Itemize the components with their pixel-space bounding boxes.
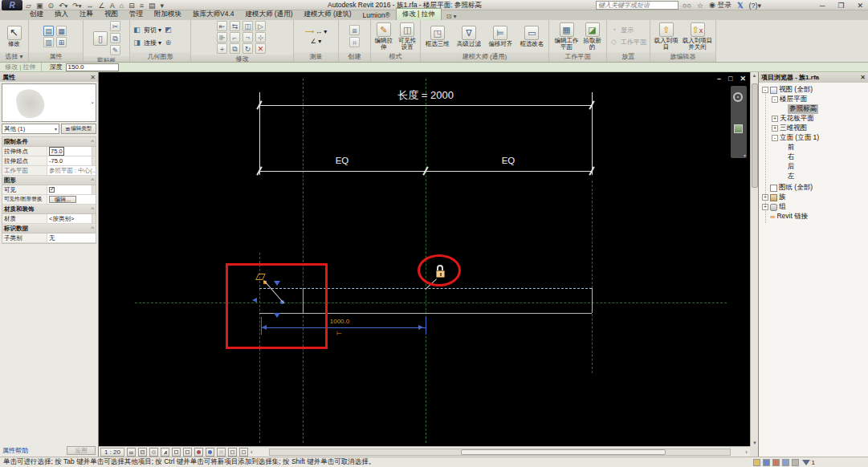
- help-icon[interactable]: (?)▾: [749, 2, 762, 10]
- expand-toggle[interactable]: +: [762, 204, 768, 210]
- dim-style-toggle-icon[interactable]: ⊢: [336, 330, 342, 337]
- search-input[interactable]: [596, 1, 679, 10]
- scroll-right-icon[interactable]: ›: [745, 449, 748, 456]
- collapse-toggle[interactable]: -: [772, 96, 778, 103]
- view-close-icon[interactable]: ✕: [740, 75, 746, 83]
- tree-item-back[interactable]: 后: [788, 162, 795, 172]
- reference-plane-horizontal[interactable]: [135, 303, 727, 303]
- tree-item-groups[interactable]: +组: [762, 202, 786, 212]
- zoom-icon[interactable]: [734, 124, 743, 133]
- section-constraints[interactable]: 限制条件^: [2, 137, 96, 147]
- create-similar-icon[interactable]: ⌗: [349, 37, 360, 47]
- properties-close-icon[interactable]: ✕: [90, 74, 96, 81]
- horizontal-scrollbar-thumb[interactable]: [461, 449, 666, 455]
- tab-lumion[interactable]: Lumion®: [357, 10, 396, 20]
- length-dimension-label[interactable]: 长度 = 2000: [353, 88, 498, 103]
- expand-toggle[interactable]: +: [772, 116, 778, 122]
- tab-view[interactable]: 视图: [99, 9, 124, 20]
- default-3d-view-icon[interactable]: ⌂: [120, 2, 124, 10]
- panel-select-label[interactable]: 选择 ▾: [0, 52, 28, 62]
- qat-customize-icon[interactable]: ▾: [160, 2, 164, 10]
- measure-icon[interactable]: ↔: [87, 2, 94, 10]
- open-icon[interactable]: ▱: [26, 2, 31, 10]
- thin-lines-icon[interactable]: ≡: [140, 2, 144, 10]
- cut-geometry-button[interactable]: ◧剪切 ▾ ◩: [132, 25, 173, 35]
- tab-addins[interactable]: 附加模块: [149, 9, 187, 20]
- box-select-rename-button[interactable]: ▭ 框选改名: [517, 25, 547, 47]
- tab-manage[interactable]: 管理: [124, 9, 149, 20]
- project-browser-close-icon[interactable]: ✕: [860, 74, 866, 81]
- worksharing-display-icon[interactable]: [217, 448, 226, 457]
- offset-align-button[interactable]: ⊨ 偏移对齐: [486, 25, 516, 47]
- reference-plane-right[interactable]: [592, 181, 593, 373]
- search-icon[interactable]: ○○: [683, 2, 691, 10]
- associate-param-button[interactable]: [92, 147, 96, 156]
- angular-dimension-button[interactable]: ∠ ▾: [311, 38, 321, 45]
- scrollbar-thumb[interactable]: [752, 83, 758, 188]
- associate-param-button[interactable]: [92, 185, 96, 194]
- tree-item-revit-links[interactable]: ∞Revit 链接: [770, 212, 808, 221]
- tab-family-master[interactable]: 族库大师V4.4: [187, 9, 240, 20]
- sync-icon[interactable]: ⊙: [47, 2, 54, 10]
- detail-level-icon[interactable]: [127, 448, 136, 457]
- save-icon[interactable]: ▣: [36, 2, 43, 10]
- drawing-area[interactable]: 长度 = 2000 EQ EQ 1000.0 ⊢: [99, 72, 750, 446]
- mirror-pick-icon[interactable]: ▷: [255, 21, 266, 31]
- scroll-up-icon[interactable]: ▲: [751, 73, 758, 78]
- tab-modeling-master-arch[interactable]: 建模大师 (建筑): [299, 9, 357, 20]
- view-minimize-icon[interactable]: –: [717, 75, 721, 83]
- copy-icon[interactable]: ⧉: [230, 43, 240, 54]
- sign-in-icon[interactable]: ◉ 登录: [709, 0, 731, 10]
- show-crop-icon[interactable]: [183, 448, 192, 457]
- tree-item-left[interactable]: 左: [788, 172, 795, 181]
- edit-extrusion-button[interactable]: ✎ 编辑拉伸: [373, 22, 395, 51]
- offset-icon[interactable]: ⇆: [230, 21, 240, 31]
- collapse-toggle[interactable]: -: [762, 87, 768, 93]
- editable-only-icon[interactable]: [772, 459, 780, 466]
- type-properties-icon[interactable]: ⊞: [56, 37, 67, 47]
- visible-checkbox[interactable]: [49, 187, 55, 193]
- align-icon[interactable]: ⇤: [217, 21, 227, 31]
- scale-button[interactable]: 1 : 20: [100, 448, 124, 457]
- tab-insert[interactable]: 插入: [49, 9, 74, 20]
- edit-work-plane-button[interactable]: ▦ 编辑工作平面: [553, 22, 581, 51]
- crop-view-icon[interactable]: [172, 448, 181, 457]
- cut-icon[interactable]: ✂: [110, 21, 120, 31]
- redo-icon[interactable]: ↷▾: [72, 2, 81, 10]
- properties-help-link[interactable]: 属性帮助: [2, 446, 28, 455]
- exchange-apps-icon[interactable]: 𝕏: [737, 2, 743, 10]
- tab-modeling-master-general[interactable]: 建模大师 (通用): [240, 9, 299, 20]
- eq-label-right[interactable]: EQ: [492, 156, 524, 165]
- worksets-icon[interactable]: [753, 459, 760, 466]
- undo-icon[interactable]: ↶▾: [59, 2, 67, 10]
- restore-button[interactable]: ❐: [837, 2, 844, 10]
- paste-button[interactable]: ▯: [92, 30, 108, 47]
- associate-param-button[interactable]: [92, 214, 96, 223]
- extrusion-end-value[interactable]: 75.0: [47, 147, 92, 156]
- reveal-hidden-icon[interactable]: [206, 448, 214, 457]
- tree-item-ref-level[interactable]: 参照标高: [788, 104, 818, 114]
- load-into-project-close-button[interactable]: ⇧x 载入到项目并关闭: [682, 22, 714, 51]
- paint-icon[interactable]: ◩: [163, 25, 173, 35]
- tree-item-right[interactable]: 右: [788, 152, 795, 162]
- press-drag-icon[interactable]: [782, 459, 789, 466]
- sketch-line-right[interactable]: [592, 288, 593, 313]
- family-filter-select[interactable]: 其他 (1)▾: [2, 124, 59, 134]
- section-materials[interactable]: 材质和装饰^: [2, 205, 96, 214]
- aligned-dimension-icon[interactable]: ∠: [99, 2, 105, 10]
- modify-button[interactable]: ↖ 修改: [2, 25, 26, 47]
- steering-wheel-icon[interactable]: [733, 92, 743, 102]
- filter-icon[interactable]: [802, 460, 810, 465]
- box-select-3d-button[interactable]: ◳ 框选三维: [422, 25, 452, 47]
- eq-label-left[interactable]: EQ: [326, 156, 358, 165]
- expand-toggle[interactable]: +: [772, 125, 778, 132]
- navbar-options-icon[interactable]: ▾: [744, 152, 746, 158]
- apply-button[interactable]: 应用: [67, 446, 96, 455]
- visible-checkbox-cell[interactable]: [47, 185, 92, 194]
- minimize-button[interactable]: ─: [820, 2, 825, 10]
- scroll-down-icon[interactable]: ▼: [752, 441, 757, 445]
- pin-icon[interactable]: ⊹: [255, 32, 266, 43]
- trim-icon[interactable]: ⌐: [230, 32, 240, 43]
- family-types-icon[interactable]: ▦: [56, 26, 67, 36]
- delete-icon[interactable]: ✕: [255, 43, 266, 54]
